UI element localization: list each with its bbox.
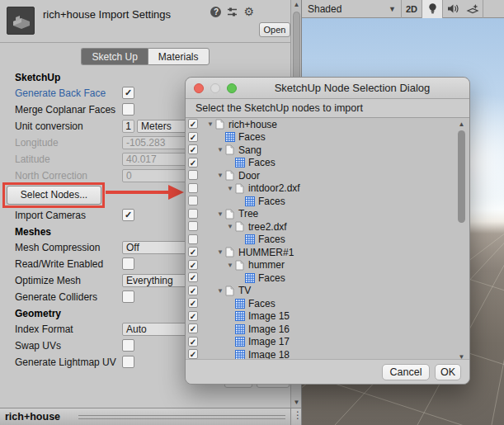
close-icon[interactable] xyxy=(194,83,204,93)
tree-node-faces[interactable]: ✓Faces xyxy=(186,131,469,144)
node-checkbox[interactable] xyxy=(188,196,198,205)
tree-node-faces[interactable]: ✓Faces xyxy=(186,297,469,310)
tree-node-rich-house[interactable]: ✓▼rich+house xyxy=(186,118,469,131)
node-label: Image 15 xyxy=(247,310,290,322)
expand-triangle-icon[interactable]: ▼ xyxy=(215,172,225,179)
tree-node-faces[interactable]: Faces xyxy=(186,234,469,247)
dropdown-value: Auto xyxy=(126,323,147,335)
zoom-icon[interactable] xyxy=(227,83,237,93)
tree-node-sang[interactable]: ✓▼Sang xyxy=(186,144,469,157)
cancel-button[interactable]: Cancel xyxy=(382,364,430,380)
tree-node-tree[interactable]: ▼Tree xyxy=(186,208,469,221)
shading-mode-dropdown[interactable]: Shaded ▼ xyxy=(302,0,401,18)
expand-triangle-icon[interactable]: ▼ xyxy=(215,287,225,295)
dropdown-value: Everything xyxy=(126,275,173,286)
node-checkbox[interactable]: ✓ xyxy=(188,298,198,308)
expand-triangle-icon[interactable]: ▼ xyxy=(215,210,225,218)
help-icon[interactable]: ? xyxy=(210,7,221,17)
ok-button[interactable]: OK xyxy=(435,364,461,380)
node-checkbox[interactable]: ✓ xyxy=(188,311,198,321)
node-label: Faces xyxy=(247,298,276,309)
mesh-grid-icon xyxy=(235,311,247,321)
expand-triangle-icon[interactable]: ▼ xyxy=(225,262,235,269)
tree-node-image-17[interactable]: ✓Image 17 xyxy=(186,336,469,349)
node-checkbox[interactable]: ✓ xyxy=(188,272,198,282)
node-content: ▼Door xyxy=(205,169,260,182)
unity-editor-window: rich+house Import Settings ? ⚙ Open Sket… xyxy=(0,0,504,425)
expand-triangle-icon[interactable]: ▼ xyxy=(225,185,235,192)
node-content: ▼tree2.dxf xyxy=(205,220,287,234)
checkbox-generate-back-face[interactable]: ✓ xyxy=(122,87,134,99)
tree-node-door[interactable]: ▼Door xyxy=(186,169,469,182)
tree-node-hummer[interactable]: ✓▼hummer xyxy=(186,259,469,272)
field-label: Mesh Compression xyxy=(15,242,100,253)
dropdown-mesh-compression[interactable]: Off▼ xyxy=(122,241,195,254)
node-checkbox[interactable]: ✓ xyxy=(188,247,198,257)
node-checkbox[interactable] xyxy=(188,234,198,244)
expand-triangle-icon[interactable]: ▼ xyxy=(225,223,235,230)
dialog-footer: Cancel OK xyxy=(186,359,469,384)
node-checkbox[interactable]: ✓ xyxy=(188,132,198,142)
tree-node-image-15[interactable]: ✓Image 15 xyxy=(186,310,469,323)
checkbox-read-write-enabled[interactable] xyxy=(122,257,134,270)
node-checkbox[interactable]: ✓ xyxy=(188,286,198,295)
tree-node-faces[interactable]: ✓Faces xyxy=(186,272,469,285)
dropdown-optimize-mesh[interactable]: Everything▼ xyxy=(122,274,195,287)
tree-node-image-16[interactable]: ✓Image 16 xyxy=(186,323,469,336)
field-label: Optimize Mesh xyxy=(15,275,81,286)
dialog-scrollbar[interactable]: ▲ ▼ xyxy=(456,120,467,359)
tree-node-hummer-1[interactable]: ✓▼HUMMER#1 xyxy=(186,246,469,259)
checkbox-merge-coplanar-faces[interactable] xyxy=(122,103,134,116)
node-checkbox[interactable] xyxy=(188,170,198,180)
expand-triangle-icon[interactable]: ▼ xyxy=(205,120,215,128)
toggle-2d-button[interactable]: 2D xyxy=(402,0,422,18)
scroll-up-icon[interactable]: ▲ xyxy=(456,120,467,128)
checkbox-import-cameras[interactable]: ✓ xyxy=(122,209,134,221)
scene-audio-button[interactable] xyxy=(443,0,463,18)
checkbox-swap-uvs[interactable] xyxy=(122,339,134,352)
node-label: rich+house xyxy=(227,119,277,130)
node-checkbox[interactable]: ✓ xyxy=(188,144,198,154)
scrollbar-thumb[interactable] xyxy=(458,130,465,223)
minimize-icon[interactable] xyxy=(210,83,220,93)
tree-node-faces[interactable]: ✓Faces xyxy=(186,157,469,170)
node-checkbox[interactable]: ✓ xyxy=(188,323,198,333)
mesh-grid-icon xyxy=(245,196,257,206)
node-checkbox[interactable]: ✓ xyxy=(188,260,198,270)
dropdown-index-format[interactable]: Auto▼ xyxy=(122,323,195,336)
node-checkbox[interactable]: ✓ xyxy=(188,158,198,168)
node-content: ▼TV xyxy=(205,285,251,298)
node-file-icon xyxy=(235,260,247,271)
preview-header-bar[interactable]: rich+house ⋮ xyxy=(0,408,302,425)
node-checkbox[interactable]: ✓ xyxy=(188,349,198,359)
gear-icon[interactable]: ⚙ xyxy=(243,7,254,17)
node-tree: ✓▼rich+house✓Faces✓▼Sang✓Faces▼Door▼intd… xyxy=(186,118,469,361)
expand-triangle-icon[interactable]: ▼ xyxy=(215,248,225,256)
tree-node-faces[interactable]: Faces xyxy=(186,195,469,208)
chevron-down-icon: ▼ xyxy=(389,0,396,18)
presets-icon[interactable] xyxy=(227,7,238,17)
unit-scale-input[interactable]: 1 xyxy=(122,120,134,133)
importer-tabs: Sketch UpMaterials xyxy=(0,48,290,65)
node-checkbox[interactable]: ✓ xyxy=(188,119,198,129)
node-checkbox[interactable]: ✓ xyxy=(188,337,198,347)
checkbox-generate-colliders[interactable] xyxy=(122,290,134,303)
node-label: Sang xyxy=(237,144,261,156)
dialog-titlebar[interactable]: SketchUp Node Selection Dialog xyxy=(186,78,469,99)
node-checkbox[interactable] xyxy=(188,221,198,231)
node-content: ▼HUMMER#1 xyxy=(205,246,294,259)
tree-node-tv[interactable]: ✓▼TV xyxy=(186,285,469,298)
scene-lighting-button[interactable] xyxy=(422,0,442,18)
node-file-icon xyxy=(215,119,227,130)
expand-triangle-icon[interactable]: ▼ xyxy=(215,146,225,153)
node-checkbox[interactable] xyxy=(188,209,198,219)
tab-sketch-up[interactable]: Sketch Up xyxy=(81,48,147,65)
tree-node-tree2-dxf[interactable]: ▼tree2.dxf xyxy=(186,220,469,234)
open-button[interactable]: Open xyxy=(259,22,290,37)
scene-effects-button[interactable] xyxy=(463,0,483,18)
node-label: Image 16 xyxy=(247,323,290,335)
tab-materials[interactable]: Materials xyxy=(148,48,210,65)
checkbox-generate-lightmap-uv[interactable] xyxy=(122,356,134,368)
tree-node-intdoor2-dxf[interactable]: ▼intdoor2.dxf xyxy=(186,182,469,196)
node-checkbox[interactable] xyxy=(188,183,198,193)
